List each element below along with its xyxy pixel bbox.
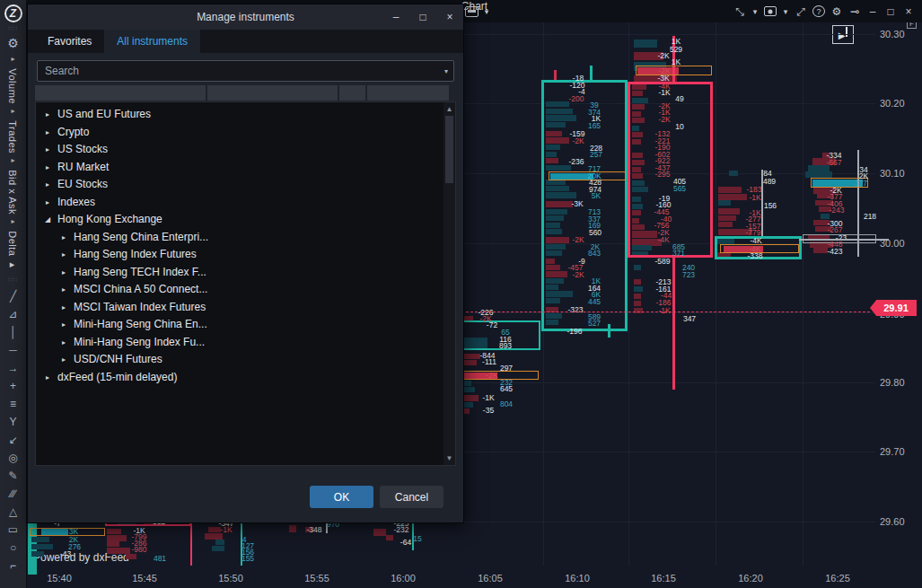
list-header-cell[interactable] [367, 85, 449, 101]
list-header-cell[interactable] [339, 85, 365, 101]
tree-item[interactable]: ▸RU Market [36, 159, 455, 177]
minimize-icon[interactable]: – [866, 5, 879, 18]
polyline-tool[interactable]: ↙ [0, 431, 27, 449]
list-header-cell[interactable] [207, 85, 338, 101]
eraser-tool[interactable]: ✎ [0, 467, 27, 485]
tree-item[interactable]: ▸MSCI China A 50 Connect... [36, 281, 455, 299]
app-logo-icon[interactable]: Z [4, 4, 22, 22]
tree-item-label: Hang Seng TECH Index F... [74, 264, 206, 282]
section-arrow-icon[interactable]: ▸ [7, 259, 19, 271]
tree-item[interactable]: ▸Hang Seng China Enterpri... [36, 229, 455, 247]
tree-item[interactable]: ▸EU Stocks [36, 176, 455, 194]
tree-item[interactable]: ▸MSCI Taiwan Index Futures [36, 299, 455, 317]
tree-item[interactable]: ▸dxFeed (15-min delayed) [36, 369, 455, 387]
tree-item[interactable]: ▸USD/CNH Futures [36, 351, 455, 369]
triangle-tool[interactable]: △ [0, 503, 27, 521]
sidebar-section-volume[interactable]: ▸ Volume [7, 55, 18, 104]
collapsed-arrow-icon[interactable]: ▸ [59, 264, 68, 282]
levels-tool[interactable]: ≡ [0, 395, 27, 413]
cluster-bar [212, 546, 224, 551]
chevron-down-icon[interactable]: ▾ [782, 7, 789, 16]
collapsed-arrow-icon[interactable]: ▸ [59, 229, 68, 247]
cluster-bar [634, 39, 657, 48]
cluster-bar [215, 540, 224, 545]
tree-item[interactable]: ▸US and EU Futures [36, 106, 455, 124]
hatch-tool[interactable]: ∕∕∕ [0, 485, 27, 503]
collapsed-arrow-icon[interactable]: ▸ [59, 334, 68, 352]
expanded-arrow-icon[interactable]: ◢ [43, 211, 52, 229]
drag-grip-icon[interactable]: ∷∷ [8, 26, 18, 31]
clipped-tool[interactable]: ⌐ [0, 557, 27, 575]
maximize-icon[interactable]: □ [417, 11, 429, 23]
chevron-down-icon[interactable]: ▾ [751, 7, 759, 16]
settings-gear-icon[interactable]: ⚙ [830, 5, 843, 18]
cluster-bar [718, 194, 747, 200]
collapsed-arrow-icon[interactable]: ▸ [59, 299, 68, 317]
search-input[interactable] [37, 60, 454, 82]
tree-item[interactable]: ▸Crypto [36, 124, 455, 142]
sidebar-section-trades[interactable]: ▸ Trades [7, 107, 18, 154]
help-icon[interactable]: ? [812, 5, 825, 17]
vertical-line-tool[interactable]: │ [0, 323, 27, 341]
tree-item[interactable]: ▸Hang Seng TECH Index F... [36, 264, 455, 282]
tab-all-instruments[interactable]: All instruments [104, 30, 200, 53]
magnet-tool[interactable]: ◎ [0, 449, 27, 467]
collapsed-arrow-icon[interactable]: ▸ [43, 141, 52, 159]
ok-button[interactable]: OK [310, 486, 373, 508]
cluster-bar [634, 301, 641, 306]
cluster-value: 371 [672, 250, 685, 258]
list-header-cell[interactable] [35, 85, 206, 101]
cross-tool[interactable]: + [0, 377, 27, 395]
pitchfork-tool[interactable]: Y [0, 413, 27, 431]
dialog-titlebar[interactable]: Manage instruments –□× [28, 4, 463, 30]
dock-icon[interactable]: ⤡ [733, 5, 746, 18]
pin-icon[interactable]: ⊸ [848, 5, 861, 18]
collapsed-arrow-icon[interactable]: ▸ [43, 106, 52, 124]
close-icon[interactable]: × [443, 11, 456, 23]
cluster-value: -1K [658, 307, 670, 315]
rectangle-tool[interactable]: ▭ [0, 521, 27, 539]
tree-item[interactable]: ▸Mini-Hang Seng Index Fu... [36, 334, 455, 352]
sidebar-section-bid-x-ask[interactable]: ▸ Bid x Ask [7, 156, 18, 215]
camera-icon[interactable] [764, 6, 777, 16]
arrow-tool[interactable]: → [0, 359, 27, 377]
tab-favorites[interactable]: Favorites [35, 30, 104, 53]
price-axis-label: 29.70 [880, 446, 905, 457]
collapsed-arrow-icon[interactable]: ▸ [43, 194, 52, 212]
scroll-down-icon[interactable]: ▼ [443, 454, 455, 462]
drag-grip-icon[interactable]: ∷∷ [8, 277, 18, 282]
collapsed-arrow-icon[interactable]: ▸ [59, 316, 68, 334]
angle-tool[interactable]: ⊿ [0, 305, 27, 323]
time-axis-label: 16:00 [391, 573, 416, 584]
panel-link-icon[interactable] [465, 6, 479, 17]
tree-item[interactable]: ▸US Stocks [36, 141, 455, 159]
sidebar-section-delta[interactable]: ▸ Delta [7, 217, 18, 256]
settings-gear-icon[interactable]: ⚙ [7, 36, 19, 50]
collapsed-arrow-icon[interactable]: ▸ [43, 369, 52, 387]
close-icon[interactable]: × [902, 5, 915, 18]
maximize-icon[interactable]: □ [884, 5, 897, 18]
chevron-down-icon[interactable]: ▾ [483, 7, 490, 16]
tree-scrollbar[interactable]: ▲ ▼ [443, 102, 455, 465]
ellipse-tool[interactable]: ○ [0, 539, 27, 557]
fullscreen-icon[interactable]: ⤢ [795, 5, 807, 18]
tree-item[interactable]: ▸Indexes [36, 194, 455, 212]
collapsed-arrow-icon[interactable]: ▸ [43, 176, 52, 194]
collapsed-arrow-icon[interactable]: ▸ [43, 124, 52, 142]
minimize-icon[interactable]: – [390, 11, 402, 23]
scroll-up-icon[interactable]: ▲ [443, 105, 455, 113]
cluster-bar [718, 208, 740, 215]
horizontal-line-tool[interactable]: ─ [0, 341, 27, 359]
cancel-button[interactable]: Cancel [380, 486, 443, 508]
trend-line-tool[interactable]: ╱ [0, 287, 27, 305]
collapsed-arrow-icon[interactable]: ▸ [43, 159, 52, 177]
tree-item[interactable]: ▸Mini-Hang Seng China En... [36, 316, 455, 334]
scrollbar-thumb[interactable] [445, 116, 453, 183]
cluster-bar [729, 171, 738, 176]
tree-item[interactable]: ◢Hong Kong Exchange [36, 211, 455, 229]
collapsed-arrow-icon[interactable]: ▸ [59, 281, 68, 299]
collapsed-arrow-icon[interactable]: ▸ [59, 246, 68, 264]
tree-item[interactable]: ▸Hang Seng Index Futures [36, 246, 455, 264]
cluster-value: -1K [220, 526, 232, 534]
collapsed-arrow-icon[interactable]: ▸ [59, 351, 68, 369]
